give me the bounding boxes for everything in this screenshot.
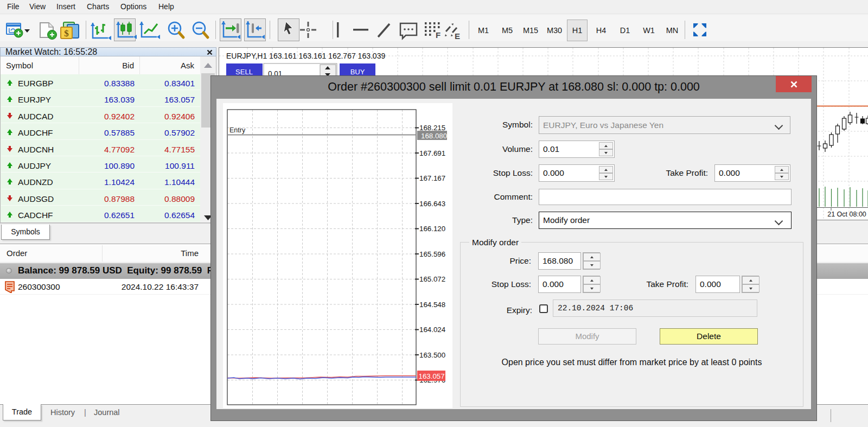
svg-text:165.072: 165.072 bbox=[419, 275, 445, 283]
svg-text:167.167: 167.167 bbox=[419, 174, 445, 182]
svg-text:SELL: SELL bbox=[235, 68, 253, 76]
svg-text:BUY: BUY bbox=[350, 68, 365, 76]
svg-text:164.024: 164.024 bbox=[419, 326, 445, 334]
svg-text:$: $ bbox=[64, 28, 69, 39]
svg-text:163.500: 163.500 bbox=[419, 351, 445, 359]
svg-text:Entry: Entry bbox=[229, 126, 246, 134]
svg-text:166.120: 166.120 bbox=[419, 225, 445, 233]
svg-text:165.596: 165.596 bbox=[419, 250, 445, 258]
svg-text:E: E bbox=[455, 31, 460, 41]
svg-text:166.643: 166.643 bbox=[419, 200, 445, 208]
svg-text:168.215: 168.215 bbox=[419, 124, 445, 132]
svg-text:168.080: 168.080 bbox=[421, 132, 447, 140]
svg-text:EURJPY,H1 163.161 163.161 16: EURJPY,H1 163.161 163.161 162.767 163.03… bbox=[226, 52, 385, 60]
svg-text:F: F bbox=[436, 30, 441, 40]
svg-text:21 Oct 08:00: 21 Oct 08:00 bbox=[827, 211, 866, 218]
svg-text:163.057: 163.057 bbox=[419, 372, 445, 380]
svg-text:167.691: 167.691 bbox=[419, 149, 445, 157]
svg-text:164.548: 164.548 bbox=[419, 301, 445, 309]
